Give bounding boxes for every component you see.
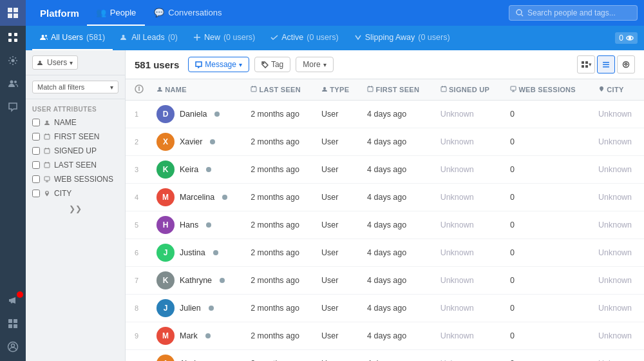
- row-city-cell: Unknown: [592, 239, 644, 267]
- match-all-filters-btn[interactable]: Match all filters ▾: [32, 81, 118, 93]
- table-row[interactable]: 7 K Kathryne 2 months ago User 4 days ag…: [126, 267, 644, 295]
- row-name-cell[interactable]: M Marcelina: [150, 184, 244, 211]
- table-row[interactable]: 2 X Xavier 2 months ago User 4 days ago …: [126, 128, 644, 156]
- svg-rect-59: [441, 87, 446, 92]
- sub-nav-all-users[interactable]: All Users (581): [32, 26, 113, 50]
- sub-nav-active[interactable]: Active (0 users): [263, 26, 346, 50]
- sub-nav-badge: 0: [615, 32, 638, 44]
- col-type-header[interactable]: TYPE: [315, 79, 361, 101]
- row-info-cell: 2: [126, 128, 150, 156]
- sub-nav-new[interactable]: New (0 users): [185, 26, 263, 50]
- settings-icon[interactable]: [0, 49, 26, 72]
- row-name-cell[interactable]: J Justina: [150, 239, 244, 267]
- list-view-btn[interactable]: [597, 55, 615, 73]
- tab-conversations[interactable]: 💬 Conversations: [145, 0, 231, 26]
- attr-last-seen-checkbox[interactable]: [32, 161, 40, 169]
- user-name: Hans: [180, 220, 198, 229]
- table-row[interactable]: 3 K Keira 2 months ago User 4 days ago U…: [126, 156, 644, 184]
- user-circle-icon[interactable]: [0, 335, 26, 358]
- search-bar[interactable]: Search people and tags...: [509, 5, 638, 21]
- avatar: J: [156, 299, 175, 317]
- row-name-cell[interactable]: A Abel: [150, 350, 244, 362]
- col-web-sessions-header[interactable]: WEB SESSIONS: [504, 79, 592, 101]
- row-first-seen-cell: 4 days ago: [361, 239, 434, 267]
- filter-panel: Users ▾ Match all filters ▾ USER ATTRIBU…: [26, 50, 126, 361]
- col-signed-up-header[interactable]: SIGNED UP: [434, 79, 504, 101]
- col-city-header[interactable]: CITY: [592, 79, 644, 101]
- row-web-sessions-cell: 0: [504, 350, 592, 362]
- row-name-cell[interactable]: K Kathryne: [150, 267, 244, 295]
- tag-button[interactable]: Tag: [254, 57, 290, 72]
- row-signed-up-cell: Unknown: [434, 350, 504, 362]
- sub-nav-slipping-away[interactable]: Slipping Away (0 users): [346, 26, 458, 50]
- filter-view-btn[interactable]: [617, 55, 635, 73]
- megaphone-icon[interactable]: [0, 289, 26, 312]
- sub-nav-all-leads[interactable]: All Leads (0): [113, 26, 185, 50]
- grid-view-btn[interactable]: ▾: [577, 55, 595, 73]
- chat-presence-dot: [205, 333, 211, 338]
- svg-point-18: [516, 10, 522, 15]
- row-name-cell[interactable]: K Keira: [150, 156, 244, 184]
- svg-rect-0: [8, 8, 12, 12]
- row-city-cell: Unknown: [592, 295, 644, 322]
- home-icon[interactable]: [0, 26, 26, 49]
- grid-view-chevron: ▾: [589, 61, 592, 68]
- users-dropdown[interactable]: Users ▾: [32, 55, 78, 70]
- row-city-cell: Unknown: [592, 350, 644, 362]
- table-row[interactable]: 5 H Hans 2 months ago User 4 days ago Un…: [126, 211, 644, 239]
- row-last-seen-cell: 2 months ago: [244, 350, 315, 362]
- user-name: Justina: [180, 248, 205, 257]
- new-icon: [193, 34, 201, 41]
- people-icon[interactable]: [0, 72, 26, 95]
- svg-rect-43: [585, 65, 588, 68]
- more-button[interactable]: More ▾: [296, 57, 333, 72]
- attr-web-sessions-checkbox[interactable]: [32, 175, 40, 183]
- row-signed-up-cell: Unknown: [434, 267, 504, 295]
- row-name-cell[interactable]: M Mark: [150, 322, 244, 350]
- svg-rect-15: [14, 324, 17, 328]
- table-row[interactable]: 4 M Marcelina 2 months ago User 4 days a…: [126, 184, 644, 211]
- row-name-cell[interactable]: X Xavier: [150, 128, 244, 156]
- row-first-seen-cell: 4 days ago: [361, 322, 434, 350]
- attr-city-checkbox[interactable]: [32, 190, 40, 197]
- svg-point-11: [11, 302, 13, 304]
- filter-view-icon: [622, 61, 630, 68]
- last-seen-col-icon: [251, 86, 257, 92]
- table-row[interactable]: 9 M Mark 2 months ago User 4 days ago Un…: [126, 322, 644, 350]
- message-button[interactable]: Message ▾: [188, 57, 249, 72]
- attr-name-checkbox[interactable]: [32, 119, 40, 126]
- grid-icon[interactable]: [0, 312, 26, 335]
- tab-people[interactable]: 👥 People: [87, 0, 145, 26]
- svg-point-25: [39, 61, 41, 63]
- people-tab-label: People: [110, 8, 136, 17]
- attr-first-seen-checkbox[interactable]: [32, 133, 40, 141]
- col-name-header[interactable]: NAME: [150, 79, 244, 101]
- brand-title: Platform: [32, 8, 87, 19]
- row-info-cell: 8: [126, 295, 150, 322]
- more-chevron-icon: ▾: [323, 61, 327, 68]
- attr-first-seen: FIRST SEEN: [26, 130, 125, 144]
- table-row[interactable]: 1 D Daniela 2 months ago User 4 days ago…: [126, 101, 644, 128]
- col-first-seen-header[interactable]: FIRST SEEN: [361, 79, 434, 101]
- attr-signed-up: SIGNED UP: [26, 144, 125, 158]
- row-web-sessions-cell: 0: [504, 211, 592, 239]
- attr-signed-up-checkbox[interactable]: [32, 147, 40, 155]
- table-row[interactable]: 10 A Abel 2 months ago User 4 days ago U…: [126, 350, 644, 362]
- col-last-seen-header[interactable]: LAST SEEN: [244, 79, 315, 101]
- row-name-cell[interactable]: D Daniela: [150, 101, 244, 128]
- signed-up-col-icon: [440, 86, 447, 92]
- row-city-cell: Unknown: [592, 267, 644, 295]
- show-more-btn[interactable]: ❯❯: [26, 200, 125, 217]
- table-row[interactable]: 6 J Justina 2 months ago User 4 days ago…: [126, 239, 644, 267]
- svg-rect-41: [585, 61, 588, 64]
- row-name-cell[interactable]: H Hans: [150, 211, 244, 239]
- row-city-cell: Unknown: [592, 211, 644, 239]
- users-table: NAME LAST SEEN TYPE: [126, 79, 644, 361]
- avatar: X: [156, 133, 175, 151]
- row-web-sessions-cell: 0: [504, 101, 592, 128]
- table-row[interactable]: 8 J Julien 2 months ago User 4 days ago …: [126, 295, 644, 322]
- row-name-cell[interactable]: J Julien: [150, 295, 244, 322]
- row-first-seen-cell: 4 days ago: [361, 156, 434, 184]
- megaphone-badge: [17, 291, 23, 298]
- chat-icon[interactable]: [0, 95, 26, 119]
